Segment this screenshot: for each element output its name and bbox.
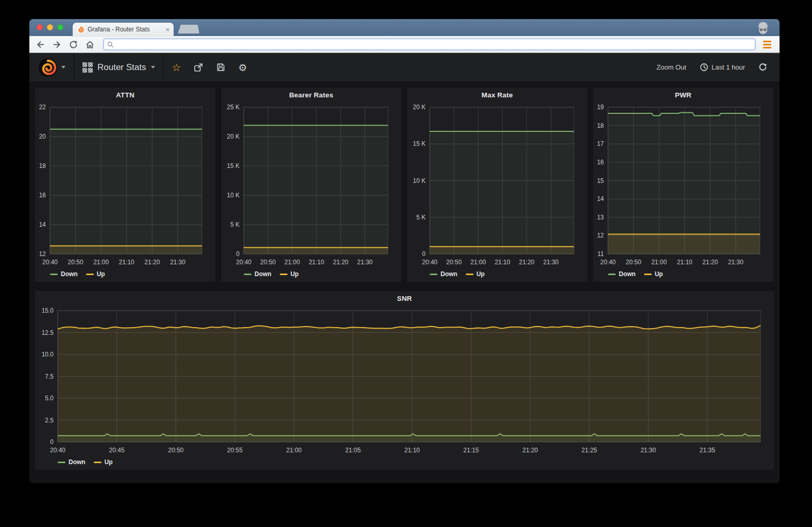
panel-title[interactable]: Bearer Rates [221, 91, 401, 99]
svg-text:21:30: 21:30 [170, 259, 185, 266]
svg-text:15 K: 15 K [227, 162, 240, 169]
chevron-down-icon [61, 66, 65, 69]
save-dashboard-button[interactable] [216, 62, 226, 72]
svg-text:21:05: 21:05 [345, 447, 361, 454]
panel-legend: DownUp [244, 270, 299, 278]
legend-swatch-icon [50, 274, 58, 275]
svg-text:21:15: 21:15 [463, 447, 479, 454]
legend-item-up[interactable]: Up [280, 270, 299, 278]
svg-text:21:20: 21:20 [333, 259, 348, 266]
minimize-window-button[interactable] [47, 24, 53, 30]
close-window-button[interactable] [37, 24, 43, 30]
legend-swatch-icon [644, 274, 652, 275]
panel-title[interactable]: Max Rate [407, 91, 587, 99]
star-icon: ☆ [172, 61, 181, 74]
grafana-logo-icon [38, 57, 58, 78]
address-bar[interactable] [104, 39, 755, 50]
legend-item-up[interactable]: Up [644, 270, 663, 278]
legend-item-down[interactable]: Down [244, 270, 272, 278]
svg-text:13: 13 [597, 214, 604, 221]
svg-text:21:20: 21:20 [522, 447, 538, 454]
legend-item-down[interactable]: Down [608, 270, 636, 278]
svg-text:20:50: 20:50 [446, 259, 462, 266]
svg-text:14: 14 [597, 195, 604, 202]
refresh-button[interactable] [758, 63, 767, 72]
svg-text:5 K: 5 K [416, 214, 426, 221]
legend-item-up[interactable]: Up [94, 458, 113, 466]
home-button[interactable] [85, 40, 95, 49]
address-bar-input[interactable] [116, 41, 752, 48]
svg-text:20 K: 20 K [413, 104, 426, 111]
legend-item-up[interactable]: Up [466, 270, 485, 278]
back-button[interactable] [36, 40, 45, 49]
reload-button[interactable] [69, 40, 78, 49]
svg-text:10 K: 10 K [227, 192, 240, 199]
chevron-down-icon [151, 66, 155, 69]
time-controls: Zoom Out Last 1 hour [648, 53, 780, 81]
svg-text:20:50: 20:50 [168, 447, 183, 454]
forward-button[interactable] [52, 40, 62, 49]
svg-text:18: 18 [39, 162, 46, 169]
panel-attn: ATTN 12141618202220:4020:5021:0021:1021:… [35, 88, 215, 282]
incognito-spy-icon [755, 20, 771, 36]
browser-tab[interactable]: Grafana - Router Stats × [73, 23, 174, 36]
browser-menu-button[interactable] [763, 41, 771, 48]
svg-text:21:00: 21:00 [470, 259, 486, 266]
dashboard-settings-button[interactable]: ⚙ [238, 62, 247, 73]
svg-text:10 K: 10 K [413, 177, 426, 184]
chart-canvas[interactable]: 11121314151617181920:4020:5021:0021:1021… [593, 88, 773, 282]
svg-text:2.5: 2.5 [45, 417, 54, 424]
dashboard-picker[interactable]: Router Stats [74, 53, 164, 81]
home-icon [85, 40, 95, 49]
svg-text:21:00: 21:00 [286, 447, 301, 454]
svg-text:12: 12 [39, 250, 46, 258]
refresh-icon [758, 63, 767, 72]
zoom-out-button[interactable]: Zoom Out [656, 63, 686, 71]
share-icon [193, 62, 204, 73]
svg-text:21:20: 21:20 [144, 259, 160, 266]
new-tab-button[interactable] [178, 25, 199, 33]
legend-swatch-icon [280, 274, 287, 275]
svg-text:17: 17 [597, 140, 604, 147]
svg-text:21:10: 21:10 [404, 447, 420, 454]
gear-icon: ⚙ [238, 62, 247, 73]
panel-title[interactable]: PWR [593, 91, 773, 99]
legend-swatch-icon [244, 274, 251, 275]
legend-swatch-icon [608, 274, 616, 275]
panel-legend: DownUp [608, 270, 663, 278]
svg-text:22: 22 [39, 104, 46, 111]
chart-canvas[interactable]: 02.55.07.510.012.515.020:4020:4520:5020:… [35, 291, 774, 470]
svg-text:21:35: 21:35 [700, 447, 715, 454]
chart-canvas[interactable]: 05 K10 K15 K20 K25 K20:4020:5021:0021:10… [221, 88, 401, 282]
legend-item-up[interactable]: Up [86, 270, 105, 278]
svg-text:15.0: 15.0 [42, 307, 54, 314]
star-dashboard-button[interactable]: ☆ [172, 61, 181, 74]
browser-toolbar [29, 36, 780, 53]
svg-text:12.5: 12.5 [42, 329, 54, 336]
svg-text:21:00: 21:00 [284, 259, 300, 266]
svg-text:15 K: 15 K [413, 140, 426, 147]
panel-bearer-rates: Bearer Rates 05 K10 K15 K20 K25 K20:4020… [221, 88, 401, 282]
legend-item-down[interactable]: Down [50, 270, 78, 278]
chart-canvas[interactable]: 05 K10 K15 K20 K20:4020:5021:0021:1021:2… [407, 88, 587, 282]
legend-swatch-icon [430, 274, 437, 275]
zoom-window-button[interactable] [57, 24, 63, 30]
legend-item-down[interactable]: Down [58, 458, 86, 466]
tab-close-icon[interactable]: × [165, 26, 170, 33]
panel-title[interactable]: SNR [35, 295, 774, 302]
svg-text:20 K: 20 K [227, 133, 240, 140]
share-dashboard-button[interactable] [193, 62, 204, 73]
svg-text:20:50: 20:50 [68, 259, 83, 266]
chart-canvas[interactable]: 12141618202220:4020:5021:0021:1021:2021:… [35, 88, 215, 282]
panel-title[interactable]: ATTN [35, 91, 215, 99]
svg-text:16: 16 [39, 192, 46, 199]
svg-text:21:30: 21:30 [357, 259, 373, 266]
svg-text:0: 0 [236, 250, 240, 258]
svg-text:21:00: 21:00 [651, 259, 667, 266]
svg-text:21:20: 21:20 [519, 259, 534, 266]
panel-legend: DownUp [50, 270, 105, 278]
svg-text:11: 11 [598, 250, 604, 258]
time-range-picker[interactable]: Last 1 hour [700, 63, 745, 72]
grafana-logo-menu[interactable] [29, 53, 74, 81]
legend-item-down[interactable]: Down [430, 270, 458, 278]
